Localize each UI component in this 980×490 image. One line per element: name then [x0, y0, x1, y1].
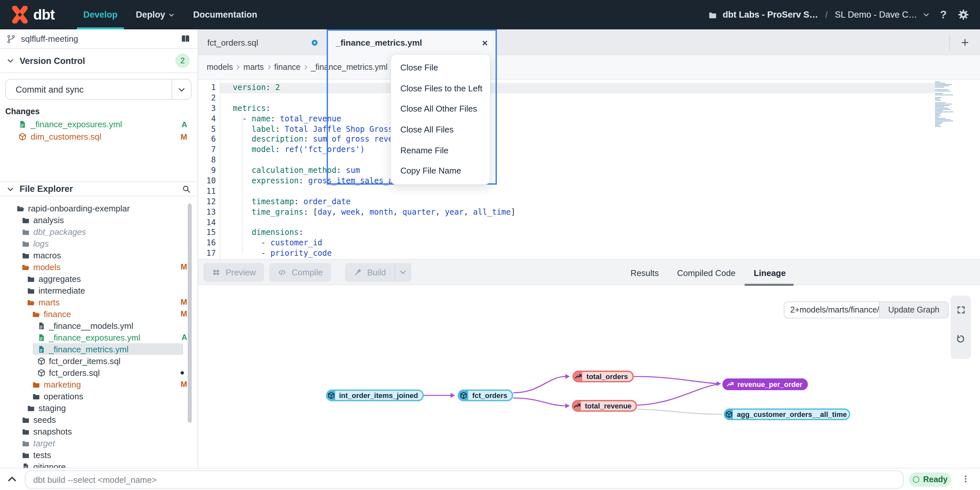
- menu-item-rename-file[interactable]: Rename File: [391, 140, 490, 161]
- docs-book-icon[interactable]: [180, 34, 191, 44]
- file-explorer-header[interactable]: File Explorer: [0, 181, 197, 196]
- dbt-logo[interactable]: dbt: [11, 6, 54, 24]
- lineage-node-int_order_items_joined[interactable]: int_order_items_joined: [326, 389, 424, 401]
- tab-lineage[interactable]: Lineage: [754, 260, 786, 286]
- chevron-up-icon[interactable]: [6, 474, 18, 485]
- tab-results[interactable]: Results: [630, 260, 659, 286]
- tree-item-intermediate[interactable]: intermediate: [0, 284, 197, 296]
- tree-item-finance[interactable]: financeM: [0, 308, 197, 320]
- update-graph-button[interactable]: Update Graph: [879, 302, 949, 318]
- tree-item-_finance_exposures.yml[interactable]: _finance_exposures.ymlA: [0, 332, 197, 343]
- change-item[interactable]: dim_customers.sqlM: [0, 131, 197, 143]
- tree-item-label: fct_order_items.sql: [49, 356, 121, 366]
- lineage-node-total_orders[interactable]: total_orders: [573, 370, 634, 382]
- build-button[interactable]: Build: [345, 263, 395, 281]
- code-line-11: 11: [198, 186, 980, 196]
- lineage-node-fct_orders[interactable]: fct_orders: [458, 389, 513, 401]
- file-doc-icon: [37, 322, 46, 330]
- breadcrumb-item[interactable]: finance: [274, 63, 301, 72]
- nav-develop[interactable]: Develop: [74, 0, 126, 29]
- breadcrumb-separator-icon: [266, 64, 272, 70]
- commit-and-sync-button[interactable]: Commit and sync: [5, 79, 192, 100]
- breadcrumb-item[interactable]: models: [207, 63, 233, 72]
- tree-item-label: intermediate: [38, 286, 85, 295]
- tab-compiled-code[interactable]: Compiled Code: [677, 260, 735, 286]
- menu-item-close-all-other-files[interactable]: Close All Other Files: [391, 99, 490, 119]
- grid-icon: [212, 268, 220, 276]
- tree-item-dbt_packages[interactable]: dbt_packages: [0, 226, 197, 238]
- command-input[interactable]: [25, 471, 904, 489]
- breadcrumb-row: modelsmartsfinance_finance_metrics.yml S…: [198, 56, 980, 80]
- menu-item-close-file[interactable]: Close File: [391, 57, 490, 78]
- version-control-header[interactable]: Version Control 2: [0, 49, 197, 73]
- search-icon[interactable]: [182, 184, 191, 193]
- tree-item-seeds[interactable]: seeds: [0, 414, 197, 426]
- breadcrumb-item[interactable]: _finance_metrics.yml: [311, 63, 388, 72]
- editor-tab-fct_orders.sql[interactable]: fct_orders.sql: [198, 29, 327, 56]
- folder-icon: [32, 392, 40, 401]
- nav-documentation[interactable]: Documentation: [184, 0, 267, 29]
- tree-item-staging[interactable]: staging: [0, 402, 197, 414]
- lineage-node-total_revenue[interactable]: total_revenue: [572, 400, 637, 412]
- commit-options-toggle[interactable]: [172, 80, 191, 99]
- new-tab-button[interactable]: +: [950, 35, 980, 50]
- lineage-node-revenue_per_order[interactable]: revenue_per_order: [722, 378, 808, 390]
- compile-button[interactable]: Compile: [270, 263, 331, 281]
- tree-item-rapid-onboarding-exemplar[interactable]: rapid-onboarding-exemplar: [0, 202, 197, 214]
- tree-item-models[interactable]: modelsM: [0, 261, 197, 273]
- menu-item-copy-file-name[interactable]: Copy File Name: [391, 161, 490, 181]
- tree-scrollbar[interactable]: [188, 204, 192, 423]
- build-options-toggle[interactable]: [395, 263, 411, 281]
- menu-item-close-files-to-the-left[interactable]: Close Files to the Left: [391, 78, 490, 99]
- tree-item-tests[interactable]: tests: [0, 449, 197, 461]
- unsaved-changes-icon: [312, 40, 318, 45]
- kebab-menu-icon[interactable]: [961, 472, 970, 486]
- close-tab-icon[interactable]: ×: [482, 38, 488, 47]
- account-name[interactable]: dbt Labs - ProServ S…: [723, 10, 818, 19]
- tree-item-label: tests: [33, 450, 51, 460]
- tree-item-logs[interactable]: logs: [0, 238, 197, 249]
- tree-item-fct_order_items.sql[interactable]: fct_order_items.sql: [0, 355, 197, 367]
- lineage-node-agg_customer_orders__all_time[interactable]: agg_customer_orders__all_time: [724, 409, 850, 420]
- tree-item-marts[interactable]: martsM: [0, 297, 197, 308]
- fullscreen-button[interactable]: [951, 295, 971, 324]
- line-number: 2: [198, 93, 216, 102]
- folder-open-icon: [32, 310, 40, 318]
- change-status-badge: M: [181, 132, 187, 141]
- git-status-badge: M: [181, 262, 187, 271]
- chevron-down-icon: [6, 185, 14, 193]
- editor-tab-_finance_metrics.yml[interactable]: _finance_metrics.yml×: [327, 29, 497, 56]
- command-bar: Ready: [0, 468, 980, 490]
- tree-item-_finance_metrics.yml[interactable]: _finance_metrics.yml: [0, 343, 197, 355]
- minimap[interactable]: [935, 80, 956, 113]
- nav-deploy[interactable]: Deploy: [126, 0, 184, 29]
- node-label: int_order_items_joined: [335, 391, 423, 400]
- tree-item-macros[interactable]: macros: [0, 249, 197, 261]
- help-icon[interactable]: ?: [940, 8, 947, 21]
- breadcrumb-separator-icon: [235, 64, 242, 70]
- node-label: revenue_per_order: [733, 378, 807, 390]
- tree-item-operations[interactable]: operations: [0, 391, 197, 402]
- tree-item-analysis[interactable]: analysis: [0, 214, 197, 226]
- gear-icon[interactable]: [957, 8, 970, 21]
- tree-item-_finance__models.yml[interactable]: _finance__models.yml: [0, 320, 197, 332]
- change-item[interactable]: _finance_exposures.ymlA: [0, 118, 197, 131]
- tree-item-marketing[interactable]: marketingM: [0, 379, 197, 391]
- menu-item-close-all-files[interactable]: Close All Files: [391, 120, 490, 140]
- code-editor[interactable]: 1version: 223metrics:4 - name: total_rev…: [198, 80, 980, 259]
- reset-view-button[interactable]: [951, 324, 971, 353]
- preview-button[interactable]: Preview: [204, 263, 264, 281]
- tree-item-fct_orders.sql[interactable]: fct_orders.sql: [0, 367, 197, 379]
- project-name[interactable]: SL Demo - Dave C…: [835, 10, 917, 19]
- brand-name: dbt: [33, 6, 54, 23]
- code-line-13: 13 time_grains: [day, week, month, quart…: [198, 206, 980, 217]
- git-status-badge: M: [181, 380, 187, 389]
- chevron-down-icon[interactable]: [922, 11, 929, 18]
- branch-name[interactable]: sqlfluff-meeting: [21, 34, 175, 44]
- tree-item-label: macros: [33, 250, 61, 260]
- tree-item-aggregates[interactable]: aggregates: [0, 273, 197, 284]
- breadcrumb-item[interactable]: marts: [243, 63, 264, 72]
- tree-item-target[interactable]: target: [0, 437, 197, 449]
- lineage-filter-input[interactable]: [784, 302, 879, 318]
- tree-item-snapshots[interactable]: snapshots: [0, 426, 197, 437]
